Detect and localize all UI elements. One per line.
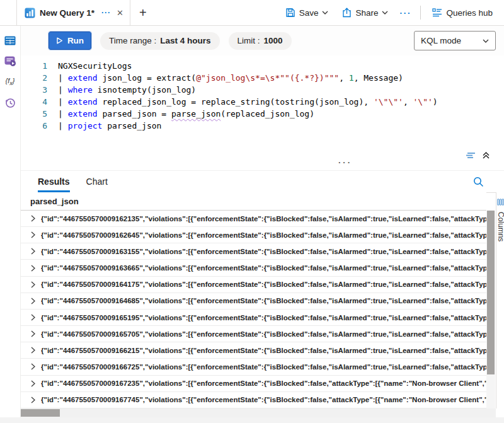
query-mode-select[interactable]: KQL mode: [414, 31, 496, 50]
save-button[interactable]: Save: [280, 5, 334, 20]
expand-row-chevron-icon[interactable]: [31, 380, 35, 387]
results-grid: {"id":"4467550570009162135","violations"…: [21, 211, 486, 409]
bottom-edge: [0, 417, 504, 423]
code-line: 5| extend parsed_json = parse_json(repla…: [21, 108, 504, 120]
data-tables-icon[interactable]: [4, 34, 16, 47]
kql-query-icon: [25, 8, 35, 18]
run-label: Run: [67, 36, 84, 45]
columns-panel-tab[interactable]: Columns: [496, 192, 504, 409]
tab-chart[interactable]: Chart: [86, 171, 108, 192]
code-token: ,: [403, 96, 413, 108]
table-row[interactable]: {"id":"4467550570009166215","violations"…: [21, 342, 486, 359]
pane-resize-handle[interactable]: ···: [338, 158, 352, 167]
expand-row-chevron-icon[interactable]: [31, 347, 35, 354]
expand-row-chevron-icon[interactable]: [31, 231, 35, 238]
limit-picker[interactable]: Limit : 1000: [229, 32, 292, 50]
expand-row-chevron-icon[interactable]: [31, 265, 35, 272]
expand-row-chevron-icon[interactable]: [31, 215, 35, 222]
expand-row-chevron-icon[interactable]: [31, 314, 35, 321]
code-token: extend: [68, 96, 98, 108]
collapse-editor-icon[interactable]: [482, 151, 490, 159]
table-row[interactable]: {"id":"4467550570009166725","violations"…: [21, 359, 486, 375]
vertical-scrollbar[interactable]: [486, 211, 495, 409]
expand-row-chevron-icon[interactable]: [31, 281, 35, 288]
tab-more-menu[interactable]: ···: [101, 8, 111, 17]
limit-label: Limit :: [238, 36, 260, 45]
code-token: NGXSecurityLogs: [58, 60, 132, 72]
saved-queries-icon[interactable]: [4, 55, 16, 67]
expand-row-chevron-icon[interactable]: [31, 397, 35, 403]
code-token: |: [58, 72, 68, 84]
save-icon: [285, 8, 295, 18]
code-token: parsed_json: [102, 120, 161, 132]
query-history-icon[interactable]: [4, 96, 16, 109]
code-token: |: [58, 120, 68, 132]
code-token: project: [68, 120, 103, 132]
more-actions-button[interactable]: ···: [397, 8, 414, 18]
table-row[interactable]: {"id":"4467550570009165705","violations"…: [21, 326, 486, 342]
tab-title: New Query 1*: [40, 8, 94, 18]
run-button[interactable]: Run: [49, 32, 91, 50]
line-number: 1: [21, 60, 58, 72]
functions-icon[interactable]: {fx}: [4, 76, 16, 88]
editor-corner-actions: [466, 151, 490, 159]
time-range-label: Time range :: [109, 36, 156, 45]
table-row[interactable]: {"id":"4467550570009164175","violations"…: [21, 277, 486, 293]
query-editor[interactable]: 1NGXSecurityLogs2| extend json_log = ext…: [21, 55, 504, 150]
table-row[interactable]: {"id":"4467550570009167235","violations"…: [21, 376, 486, 392]
code-line: 3| where isnotempty(json_log): [21, 84, 504, 96]
tab-close-icon[interactable]: ✕: [117, 8, 123, 18]
share-label: Share: [355, 8, 378, 18]
table-row[interactable]: {"id":"4467550570009165195","violations"…: [21, 310, 486, 326]
time-range-value: Last 4 hours: [160, 36, 210, 45]
expand-row-chevron-icon[interactable]: [31, 248, 35, 255]
column-header-parsed-json[interactable]: parsed_json: [21, 192, 486, 211]
save-label: Save: [299, 8, 319, 18]
share-icon: [342, 8, 352, 18]
search-results-icon[interactable]: [473, 177, 484, 187]
row-json-value: {"id":"4467550570009163665","violations"…: [41, 264, 486, 272]
share-chevron-down-icon: [382, 11, 388, 14]
expand-row-chevron-icon[interactable]: [31, 298, 35, 304]
code-line: 4| extend replaced_json_log = replace_st…: [21, 96, 504, 108]
new-tab-button[interactable]: +: [139, 6, 147, 19]
code-token: isnotempty(json_log): [93, 84, 196, 96]
code-token: , Message): [354, 72, 403, 84]
expand-row-chevron-icon[interactable]: [31, 363, 35, 370]
table-row[interactable]: {"id":"4467550570009163155","violations"…: [21, 243, 486, 260]
code-line: 1NGXSecurityLogs: [21, 60, 504, 72]
columns-panel-label: Columns: [496, 212, 504, 241]
code-token: '\"': [413, 96, 433, 108]
row-json-value: {"id":"4467550570009167235","violations"…: [41, 380, 486, 387]
line-number: 3: [21, 84, 58, 96]
code-token: where: [68, 84, 93, 96]
code-token: parsed_json =: [98, 108, 171, 120]
format-query-icon[interactable]: [466, 152, 476, 159]
left-sidebar: {fx}: [0, 26, 21, 423]
table-row[interactable]: {"id":"4467550570009167745","violations"…: [21, 392, 486, 409]
table-row[interactable]: {"id":"4467550570009162135","violations"…: [21, 211, 486, 227]
limit-value: 1000: [264, 36, 283, 45]
table-row[interactable]: {"id":"4467550570009163665","violations"…: [21, 260, 486, 276]
table-row[interactable]: {"id":"4467550570009164685","violations"…: [21, 293, 486, 310]
queries-hub-icon: [432, 8, 442, 17]
queries-hub-button[interactable]: Queries hub: [427, 6, 498, 20]
code-token: ): [433, 96, 438, 108]
line-number: 2: [21, 72, 58, 84]
vertical-scrollbar-thumb[interactable]: [487, 211, 495, 374]
query-tab[interactable]: New Query 1* ··· ✕: [16, 0, 130, 25]
time-range-picker[interactable]: Time range : Last 4 hours: [100, 32, 220, 50]
row-json-value: {"id":"4467550570009162645","violations"…: [41, 231, 486, 239]
code-token: |: [58, 108, 68, 120]
table-row[interactable]: {"id":"4467550570009162645","violations"…: [21, 227, 486, 243]
row-json-value: {"id":"4467550570009164685","violations"…: [41, 297, 486, 304]
horizontal-scrollbar-thumb[interactable]: [21, 409, 60, 417]
code-token: 1: [349, 72, 354, 84]
code-line: 6| project parsed_json: [21, 120, 504, 132]
code-token: json_log = extract(: [98, 72, 197, 84]
expand-row-chevron-icon[interactable]: [31, 330, 35, 337]
azure-data-explorer-app: New Query 1* ··· ✕ + Save: [0, 0, 504, 423]
horizontal-scrollbar[interactable]: [21, 409, 496, 417]
tab-results[interactable]: Results: [38, 171, 70, 192]
share-button[interactable]: Share: [337, 5, 393, 20]
